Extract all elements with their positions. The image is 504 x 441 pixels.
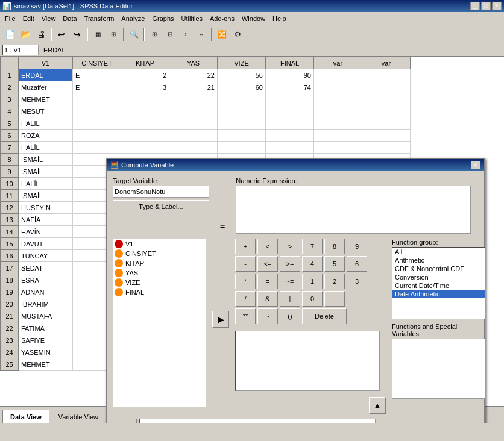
cell-cin-2[interactable]: E [73,81,121,93]
col-header-kitap[interactable]: KITAP [121,57,169,69]
calc-1[interactable]: 1 [302,274,323,289]
tab-variable-view[interactable]: Variable View [51,410,106,423]
up-arrow-button[interactable]: ▲ [369,397,386,414]
col-header-cinsiyet[interactable]: CINSIYET [73,57,121,69]
calc-equals[interactable]: = [257,274,278,289]
calc-9[interactable]: 9 [347,239,367,254]
calc-lt[interactable]: < [257,239,278,254]
calc-minus[interactable]: - [235,256,256,272]
var-item-kitap[interactable]: KITAP [113,258,206,268]
func-item-conversion[interactable]: Conversion [392,273,485,281]
variable-list[interactable]: V1 CINSIYET KITAP YAS [113,239,206,407]
toolbar-btn6[interactable]: ⊞ [147,27,162,42]
maximize-btn[interactable]: □ [481,2,491,10]
calc-tilde[interactable]: ~ [257,308,278,324]
cell-v1-1[interactable]: ERDAL [19,69,73,81]
calc-lte[interactable]: <= [257,256,278,272]
menu-help[interactable]: Help [269,14,290,23]
calc-2[interactable]: 2 [324,274,345,289]
col-header-final[interactable]: FINAL [266,57,314,69]
cell-yas-1[interactable]: 22 [169,69,218,81]
cell-yas-2[interactable]: 21 [169,81,218,93]
menu-graphs[interactable]: Graphs [148,14,177,23]
calc-plus[interactable]: + [235,239,256,254]
calc-gte[interactable]: >= [280,256,300,272]
toolbar-btn8[interactable]: ↕ [178,27,193,42]
cell-kit-2[interactable]: 3 [121,81,169,93]
func-item-current-datetime[interactable]: Current Date/Time [392,281,485,290]
col-header-var2[interactable]: var [362,57,411,69]
col-header-yas[interactable]: YAS [169,57,218,69]
case-condition-input[interactable] [139,419,376,423]
menu-data[interactable]: Data [59,14,80,23]
target-variable-input[interactable] [113,186,209,198]
menu-analyze[interactable]: Analyze [118,14,148,23]
cell-var1-2[interactable] [314,81,362,93]
calc-6[interactable]: 6 [347,256,367,272]
menu-view[interactable]: View [38,14,60,23]
calc-and[interactable]: & [257,291,278,307]
if-button[interactable]: If... [113,419,137,423]
expression-notes-area[interactable] [235,331,380,391]
numeric-expression-input[interactable] [236,186,471,234]
calc-power[interactable]: ** [235,308,256,324]
toolbar-btn3[interactable]: ▦ [90,27,105,42]
col-header-var1[interactable]: var [314,57,362,69]
transfer-arrow-button[interactable]: ▶ [212,311,229,328]
cell-var1-1[interactable] [314,69,362,81]
col-header-v1[interactable]: V1 [19,57,73,69]
type-label-button[interactable]: Type & Label... [113,200,209,213]
toolbar-btn7[interactable]: ⊟ [163,27,177,42]
toolbar-print[interactable]: 🖨 [34,27,48,42]
calc-not-equals[interactable]: ~= [280,274,300,289]
toolbar-btn9[interactable]: ↔ [194,27,209,42]
cell-fin-1[interactable]: 90 [266,69,314,81]
cell-cin-1[interactable]: E [73,69,121,81]
toolbar-btn11[interactable]: ⚙ [230,27,245,42]
functions-special-list[interactable] [392,339,485,399]
calc-divide[interactable]: / [235,291,256,307]
calc-gt[interactable]: > [280,239,300,254]
menu-edit[interactable]: Edit [19,14,38,23]
col-header-vize[interactable]: VIZE [218,57,266,69]
func-item-arithmetic[interactable]: Arithmetic [392,256,485,264]
toolbar-btn10[interactable]: 🔀 [215,27,229,42]
toolbar-btn4[interactable]: ⊞ [106,27,121,42]
cell-v1-2[interactable]: Muzaffer [19,81,73,93]
menu-utilities[interactable]: Utilities [178,14,206,23]
calc-dot[interactable]: . [324,291,345,307]
toolbar-btn5[interactable]: 🔍 [127,27,141,42]
cell-ref-input[interactable] [2,45,39,55]
toolbar-undo[interactable]: ↩ [54,27,69,42]
var-item-cinsiyet[interactable]: CINSIYET [113,249,206,258]
calc-parens[interactable]: () [280,308,300,324]
calc-multiply[interactable]: * [235,274,256,289]
menu-file[interactable]: File [1,14,19,23]
menu-transform[interactable]: Transform [81,14,118,23]
func-item-all[interactable]: All [392,248,485,256]
calc-delete[interactable]: Delete [302,308,347,324]
func-item-cdf[interactable]: CDF & Noncentral CDF [392,264,485,273]
function-group-list[interactable]: All Arithmetic CDF & Noncentral CDF Conv… [392,247,485,319]
calc-7[interactable]: 7 [302,239,323,254]
cell-var2-1[interactable] [362,69,411,81]
calc-or[interactable]: | [280,291,300,307]
menu-addons[interactable]: Add-ons [206,14,238,23]
calc-0[interactable]: 0 [302,291,323,307]
toolbar-new[interactable]: 📄 [2,27,17,42]
tab-data-view[interactable]: Data View [2,410,49,423]
dialog-close-btn[interactable]: ✕ [471,161,480,169]
minimize-btn[interactable]: _ [470,2,480,10]
cell-var2-2[interactable] [362,81,411,93]
var-item-vize[interactable]: VIZE [113,278,206,287]
close-btn[interactable]: ✕ [492,2,502,10]
calc-4[interactable]: 4 [302,256,323,272]
calc-3[interactable]: 3 [347,274,367,289]
calc-8[interactable]: 8 [324,239,345,254]
var-item-v1[interactable]: V1 [113,239,206,249]
cell-viz-1[interactable]: 56 [218,69,266,81]
cell-fin-2[interactable]: 74 [266,81,314,93]
toolbar-redo[interactable]: ↪ [70,27,84,42]
calc-5[interactable]: 5 [324,256,345,272]
var-item-final[interactable]: FINAL [113,287,206,297]
